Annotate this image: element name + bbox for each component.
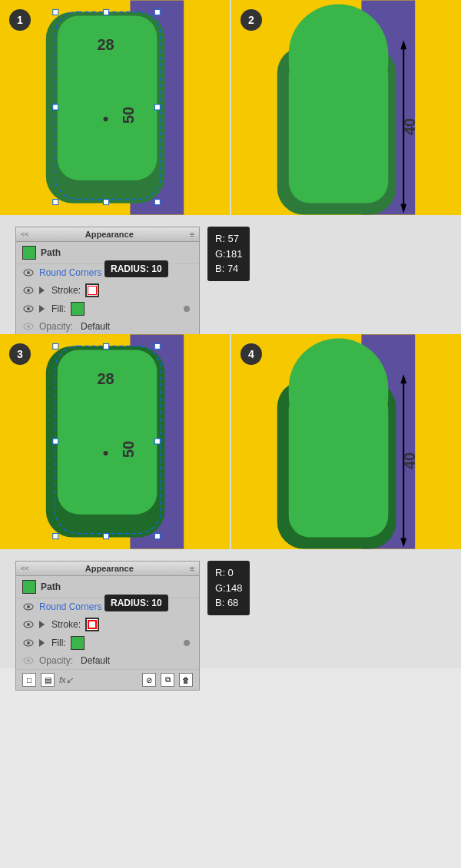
last-section: << Appearance ≡ Path Round Corners RADIU… xyxy=(0,549,461,668)
svg-point-26 xyxy=(27,325,30,328)
panel-1: 1 28 xyxy=(0,0,231,215)
color-b-1: B: 74 xyxy=(215,261,242,277)
fill-swatch-1[interactable] xyxy=(71,302,85,316)
svg-rect-37 xyxy=(53,439,58,444)
eye-icon-stroke-2[interactable] xyxy=(22,618,35,631)
ap-title-1: Appearance xyxy=(85,230,134,239)
ap-path-label-2: Path xyxy=(41,581,61,592)
stroke-swatch-2[interactable] xyxy=(85,618,99,631)
ap-opacity-row-2: Opacity: Default xyxy=(16,652,199,669)
stroke-label-1: Stroke: xyxy=(51,285,81,296)
eye-icon-rc-1[interactable] xyxy=(22,267,35,279)
svg-rect-38 xyxy=(154,439,160,444)
fill-dot-2 xyxy=(184,640,190,646)
middle-section-1: << Appearance ≡ Path Round Corners RADIU… xyxy=(0,215,461,334)
panel-2: 2 40 xyxy=(231,0,461,215)
ap-stroke-row-2: Stroke: xyxy=(16,615,199,634)
ap-title-2: Appearance xyxy=(85,564,134,573)
svg-point-39 xyxy=(104,451,108,456)
arrow-fill-2[interactable] xyxy=(39,639,47,647)
arrow-stroke-1[interactable] xyxy=(39,287,47,294)
dim-40-text-4: 40 xyxy=(401,452,418,469)
dim-50-text-3: 50 xyxy=(120,441,137,458)
svg-point-54 xyxy=(27,659,30,662)
ap-fill-row-1: Fill: xyxy=(16,300,199,318)
round-corners-label-2[interactable]: Round Corners xyxy=(39,601,101,612)
dim-28-text: 28 xyxy=(97,36,114,53)
appearance-panel-2: << Appearance ≡ Path Round Corners RADIU… xyxy=(15,561,200,691)
svg-rect-9 xyxy=(104,200,109,205)
dim-40-text-2: 40 xyxy=(401,118,418,135)
dim-50-text: 50 xyxy=(120,107,137,124)
svg-rect-32 xyxy=(154,343,160,349)
stroke-swatch-1[interactable] xyxy=(85,283,99,297)
svg-rect-16 xyxy=(289,54,389,203)
fill-label-1: Fill: xyxy=(51,303,66,314)
ap-titlebar-1: << Appearance ≡ xyxy=(16,227,199,242)
fill-dot-1 xyxy=(184,306,190,312)
collapse-icon-2[interactable]: << xyxy=(21,565,29,572)
svg-point-48 xyxy=(27,605,30,608)
eye-icon-stroke-1[interactable] xyxy=(22,284,35,297)
svg-rect-7 xyxy=(154,200,160,205)
dim-28-text-3: 28 xyxy=(97,370,114,387)
svg-rect-4 xyxy=(53,9,58,15)
svg-rect-6 xyxy=(53,200,58,205)
ap-green-square-2 xyxy=(22,580,36,594)
footer-prohibit-icon-2[interactable]: ⊘ xyxy=(142,673,156,687)
color-b-2: B: 68 xyxy=(215,595,242,611)
arrow-stroke-2[interactable] xyxy=(39,621,47,628)
ap-titlebar-2: << Appearance ≡ xyxy=(16,562,199,576)
opacity-label-2: Opacity: xyxy=(39,655,73,666)
panel-3-svg: 28 50 xyxy=(0,334,230,549)
ap-fill-row-2: Fill: xyxy=(16,634,199,652)
arrow-fill-1[interactable] xyxy=(39,305,47,313)
bottom-row: 3 28 50 4 xyxy=(0,334,461,549)
fill-swatch-2[interactable] xyxy=(71,636,85,650)
fill-label-2: Fill: xyxy=(51,638,66,648)
svg-rect-36 xyxy=(104,534,109,539)
svg-point-52 xyxy=(27,641,30,644)
eye-icon-rc-2[interactable] xyxy=(22,601,35,613)
color-info-2: R: 0 G:148 B: 68 xyxy=(207,561,250,615)
footer-layers-icon-2[interactable]: ▤ xyxy=(41,673,55,687)
svg-rect-5 xyxy=(154,9,160,15)
svg-rect-34 xyxy=(154,534,160,539)
svg-rect-10 xyxy=(53,104,58,110)
fx-label-2[interactable]: fx↙ xyxy=(59,675,73,685)
top-row: 1 28 xyxy=(0,0,461,215)
opacity-label-1: Opacity: xyxy=(39,321,73,332)
eye-icon-fill-2[interactable] xyxy=(22,637,35,649)
collapse-icon-1[interactable]: << xyxy=(21,230,29,238)
eye-icon-opacity-1[interactable] xyxy=(22,320,35,333)
footer-trash-icon-2[interactable]: 🗑 xyxy=(179,673,193,687)
opacity-value-2: Default xyxy=(81,655,110,666)
svg-point-24 xyxy=(27,307,30,310)
eye-icon-fill-1[interactable] xyxy=(22,303,35,315)
opacity-value-1: Default xyxy=(81,321,110,332)
svg-point-20 xyxy=(27,271,30,274)
badge-3: 3 xyxy=(9,343,31,365)
color-r-2: R: 0 xyxy=(215,565,242,581)
round-corners-label-1[interactable]: Round Corners xyxy=(39,267,101,278)
color-g-2: G:148 xyxy=(215,581,242,596)
panel-2-svg: 40 xyxy=(231,0,461,215)
ap-menu-2[interactable]: ≡ xyxy=(190,565,194,573)
footer-square-icon-2[interactable]: □ xyxy=(22,673,36,687)
color-r-1: R: 57 xyxy=(215,231,242,247)
stroke-label-2: Stroke: xyxy=(51,619,81,630)
svg-rect-43 xyxy=(289,388,389,537)
ap-footer-2: □ ▤ fx↙ ⊘ ⧉ 🗑 xyxy=(16,669,199,690)
center-dot-1 xyxy=(104,117,108,121)
radius-tooltip-1: RADIUS: 10 xyxy=(104,260,168,277)
ap-menu-1[interactable]: ≡ xyxy=(190,230,194,239)
badge-4: 4 xyxy=(240,343,262,365)
badge-1: 1 xyxy=(9,9,31,31)
ap-opacity-row-1: Opacity: Default xyxy=(16,318,199,335)
color-info-1: R: 57 G:181 B: 74 xyxy=(207,227,250,281)
eye-icon-opacity-2[interactable] xyxy=(22,654,35,667)
ap-stroke-row-1: Stroke: xyxy=(16,281,199,300)
footer-copy-icon-2[interactable]: ⧉ xyxy=(161,673,174,687)
svg-point-50 xyxy=(27,623,30,626)
badge-2: 2 xyxy=(240,9,262,31)
